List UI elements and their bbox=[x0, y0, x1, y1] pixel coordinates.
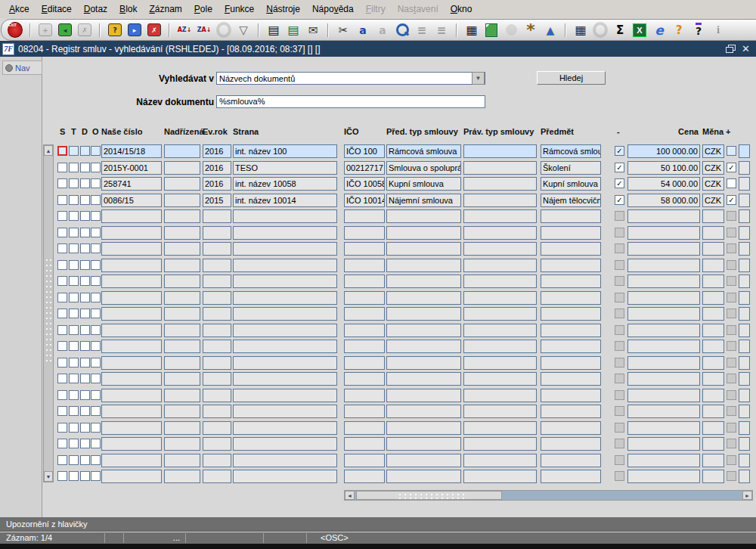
nase_cislo-cell[interactable] bbox=[101, 340, 162, 353]
excel-icon[interactable]: X bbox=[632, 23, 647, 38]
mena-cell[interactable] bbox=[702, 454, 724, 467]
d-checkbox[interactable] bbox=[80, 341, 90, 351]
ico-cell[interactable] bbox=[344, 274, 385, 288]
o-checkbox[interactable] bbox=[91, 163, 101, 172]
scroll-up-icon[interactable]: ▲ bbox=[44, 145, 53, 156]
t-checkbox[interactable] bbox=[69, 406, 79, 416]
nase_cislo-cell[interactable] bbox=[101, 389, 162, 402]
strana-cell[interactable] bbox=[233, 274, 337, 288]
d-checkbox[interactable] bbox=[80, 309, 90, 318]
t-checkbox[interactable] bbox=[69, 423, 79, 433]
predmet-cell[interactable] bbox=[541, 356, 601, 370]
strana-cell[interactable]: int. název 10058 bbox=[233, 177, 337, 191]
prav_typ-cell[interactable] bbox=[463, 454, 537, 467]
prav_typ-cell[interactable] bbox=[463, 389, 537, 402]
prav_typ-cell[interactable] bbox=[463, 274, 537, 288]
nadrizena-cell[interactable] bbox=[164, 259, 200, 272]
cena-cell[interactable] bbox=[627, 389, 700, 402]
predmet-cell[interactable]: Rámcová smlouva bbox=[541, 144, 601, 158]
o-checkbox[interactable] bbox=[91, 423, 101, 433]
pred_typ-cell[interactable] bbox=[386, 259, 461, 272]
evrok-cell[interactable] bbox=[203, 421, 231, 435]
prav_typ-cell[interactable] bbox=[463, 209, 537, 223]
pred_typ-cell[interactable]: Nájemní smlouva bbox=[386, 194, 461, 207]
predmet-cell[interactable] bbox=[541, 372, 601, 386]
minus-checkbox[interactable]: ✓ bbox=[615, 146, 624, 156]
menu-item-dotaz[interactable]: Dotaz bbox=[78, 2, 113, 17]
evrok-cell[interactable] bbox=[203, 454, 231, 467]
pred_typ-cell[interactable]: Rámcová smlouva bbox=[386, 144, 461, 158]
predmet-cell[interactable] bbox=[541, 324, 601, 337]
search-in-combobox[interactable]: Názvech dokumentů bbox=[216, 72, 485, 85]
pred_typ-cell[interactable] bbox=[386, 307, 461, 321]
strana-cell[interactable] bbox=[233, 307, 337, 321]
ico-cell[interactable] bbox=[344, 421, 385, 435]
menu-item-akce[interactable]: Akce bbox=[3, 2, 36, 17]
evrok-cell[interactable] bbox=[203, 389, 231, 402]
find-icon[interactable] bbox=[395, 23, 410, 38]
ico-cell[interactable] bbox=[344, 454, 385, 467]
cena-cell[interactable] bbox=[627, 340, 700, 353]
mena-cell[interactable]: CZK bbox=[702, 161, 724, 175]
evrok-cell[interactable] bbox=[203, 470, 231, 483]
t-checkbox[interactable] bbox=[69, 374, 79, 383]
cena-cell[interactable] bbox=[627, 421, 700, 435]
nase_cislo-cell[interactable] bbox=[101, 324, 162, 337]
doc-name-input[interactable] bbox=[216, 95, 485, 108]
predmet-cell[interactable]: Nájem tělocvičny - d bbox=[541, 194, 601, 207]
mena-cell[interactable] bbox=[702, 340, 724, 353]
ico-cell[interactable] bbox=[344, 389, 385, 402]
mena-cell[interactable] bbox=[702, 324, 724, 337]
pred_typ-cell[interactable] bbox=[386, 324, 461, 337]
evrok-cell[interactable] bbox=[203, 274, 231, 288]
cena-cell[interactable] bbox=[627, 405, 700, 418]
d-checkbox[interactable] bbox=[80, 211, 90, 221]
menu-item-nastroje[interactable]: Nástroje bbox=[260, 2, 306, 17]
d-checkbox[interactable] bbox=[80, 390, 90, 400]
t-checkbox[interactable] bbox=[69, 178, 79, 188]
predmet-cell[interactable] bbox=[541, 340, 601, 353]
horizontal-scrollbar[interactable]: ◄ ► bbox=[344, 490, 753, 501]
s-checkbox[interactable] bbox=[57, 439, 67, 448]
predmet-cell[interactable] bbox=[541, 291, 601, 305]
cena-cell[interactable] bbox=[627, 226, 700, 240]
prav_typ-cell[interactable] bbox=[463, 259, 537, 272]
ico-cell[interactable] bbox=[344, 340, 385, 353]
evrok-cell[interactable] bbox=[203, 340, 231, 353]
prav_typ-cell[interactable] bbox=[463, 324, 537, 337]
s-checkbox[interactable] bbox=[57, 228, 67, 237]
prav_typ-cell[interactable] bbox=[463, 372, 537, 386]
s-checkbox[interactable] bbox=[57, 211, 67, 221]
nadrizena-cell[interactable] bbox=[164, 454, 200, 467]
nase_cislo-cell[interactable] bbox=[101, 356, 162, 370]
nase_cislo-cell[interactable]: 2014/15/18 bbox=[101, 144, 162, 158]
evrok-cell[interactable] bbox=[203, 209, 231, 223]
vertical-scrollbar[interactable]: ▲ ▼ bbox=[43, 144, 54, 482]
strana-cell[interactable]: int. název 10014 bbox=[233, 194, 337, 207]
s-checkbox[interactable] bbox=[57, 260, 67, 270]
alert-icon[interactable]: ▲ bbox=[543, 23, 558, 38]
prav_typ-cell[interactable] bbox=[463, 194, 537, 207]
predmet-cell[interactable] bbox=[541, 307, 601, 321]
search-button[interactable]: Hledej bbox=[537, 71, 606, 85]
menu-item-blok[interactable]: Blok bbox=[113, 2, 143, 17]
evrok-cell[interactable]: 2016 bbox=[203, 144, 231, 158]
menu-item-okno[interactable]: Okno bbox=[445, 2, 479, 17]
evrok-cell[interactable]: 2015 bbox=[203, 194, 231, 207]
predmet-cell[interactable] bbox=[541, 389, 601, 402]
s-checkbox[interactable] bbox=[57, 358, 67, 368]
d-checkbox[interactable] bbox=[80, 260, 90, 270]
nadrizena-cell[interactable] bbox=[164, 470, 200, 483]
menu-item-editace[interactable]: Editace bbox=[36, 2, 78, 17]
d-checkbox[interactable] bbox=[80, 439, 90, 448]
report-icon[interactable]: ▦ bbox=[573, 23, 588, 38]
mena-cell[interactable] bbox=[702, 226, 724, 240]
d-checkbox[interactable] bbox=[80, 471, 90, 481]
pred_typ-cell[interactable] bbox=[386, 437, 461, 451]
d-checkbox[interactable] bbox=[80, 163, 90, 172]
o-checkbox[interactable] bbox=[91, 341, 101, 351]
nadrizena-cell[interactable] bbox=[164, 209, 200, 223]
nadrizena-cell[interactable] bbox=[164, 226, 200, 240]
t-checkbox[interactable] bbox=[69, 195, 79, 205]
mena-cell[interactable]: CZK bbox=[702, 177, 724, 191]
